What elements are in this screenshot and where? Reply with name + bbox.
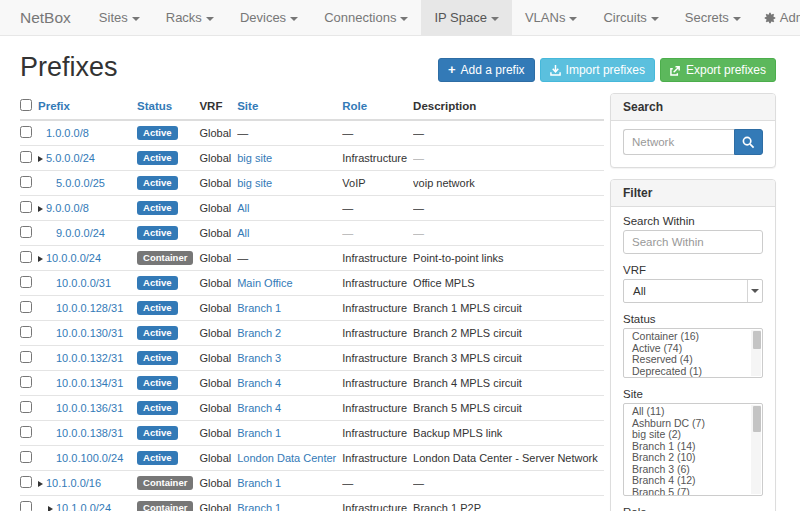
prefix-link[interactable]: 10.0.0.130/31: [56, 327, 123, 339]
prefix-link[interactable]: 9.0.0.0/8: [46, 202, 89, 214]
site-link[interactable]: Branch 1: [237, 302, 281, 314]
listbox-option[interactable]: Branch 5 (7): [624, 487, 750, 497]
row-checkbox[interactable]: [20, 326, 32, 338]
expand-arrow-icon[interactable]: [38, 156, 43, 162]
row-checkbox[interactable]: [20, 151, 32, 163]
row-checkbox[interactable]: [20, 476, 32, 488]
nav-item-ip-space[interactable]: IP Space: [421, 0, 512, 35]
filter-select-vrf[interactable]: All: [623, 279, 763, 303]
listbox-option[interactable]: Branch 2 (10): [624, 452, 750, 464]
prefix-link[interactable]: 1.0.0.0/8: [46, 127, 89, 139]
search-button[interactable]: [734, 129, 763, 155]
row-checkbox[interactable]: [20, 401, 32, 413]
column-header-prefix[interactable]: Prefix: [38, 93, 137, 120]
prefix-cell: 10.1.0.0/16: [38, 471, 137, 496]
filter-input-search-within[interactable]: [623, 230, 763, 254]
site-link[interactable]: big site: [237, 177, 272, 189]
column-header-status[interactable]: Status: [137, 93, 199, 120]
column-header-site[interactable]: Site: [237, 93, 342, 120]
listbox-option[interactable]: Deprecated (1): [624, 366, 750, 378]
prefix-link[interactable]: 10.0.0.128/31: [56, 302, 123, 314]
row-checkbox[interactable]: [20, 376, 32, 388]
prefix-table-container: PrefixStatusVRFSiteRoleDescription 1.0.0…: [20, 93, 594, 511]
prefix-link[interactable]: 10.0.0.0/24: [46, 252, 101, 264]
row-checkbox[interactable]: [20, 501, 32, 511]
search-input[interactable]: [623, 129, 734, 155]
expand-arrow-icon[interactable]: [38, 256, 43, 262]
export-prefixes-button[interactable]: Export prefixes: [660, 58, 776, 82]
row-checkbox[interactable]: [20, 126, 32, 138]
expand-arrow-icon[interactable]: [38, 206, 43, 212]
scrollbar-thumb[interactable]: [753, 331, 761, 349]
row-checkbox[interactable]: [20, 251, 32, 263]
site-link[interactable]: All: [237, 227, 249, 239]
nav-item-vlans[interactable]: VLANs: [512, 0, 590, 35]
listbox-option[interactable]: All (11): [624, 406, 750, 418]
import-prefixes-button[interactable]: Import prefixes: [540, 58, 655, 82]
prefix-link[interactable]: 5.0.0.0/24: [46, 152, 95, 164]
row-checkbox[interactable]: [20, 451, 32, 463]
prefix-link[interactable]: 10.0.0.0/31: [56, 277, 111, 289]
site-cell: Branch 1: [237, 496, 342, 511]
listbox-option[interactable]: big site (2): [624, 429, 750, 441]
row-checkbox[interactable]: [20, 201, 32, 213]
add-prefix-button[interactable]: + Add a prefix: [438, 58, 535, 82]
nav-item-circuits[interactable]: Circuits: [590, 0, 671, 35]
row-checkbox[interactable]: [20, 301, 32, 313]
prefix-link[interactable]: 9.0.0.0/24: [56, 227, 105, 239]
nav-item-sites[interactable]: Sites: [86, 0, 153, 35]
prefix-link[interactable]: 10.0.0.134/31: [56, 377, 123, 389]
prefix-link[interactable]: 10.0.100.0/24: [56, 452, 123, 464]
vrf-cell: Global: [199, 446, 237, 471]
site-link[interactable]: Branch 1: [237, 477, 281, 489]
expand-arrow-icon[interactable]: [38, 481, 43, 487]
site-link[interactable]: Branch 4: [237, 402, 281, 414]
expand-arrow-icon[interactable]: [48, 506, 53, 511]
role-cell: Infrastructure: [342, 346, 413, 371]
prefix-cell: 9.0.0.0/24: [38, 221, 137, 246]
site-link[interactable]: London Data Center: [237, 452, 336, 464]
site-link[interactable]: big site: [237, 152, 272, 164]
site-link[interactable]: All: [237, 202, 249, 214]
row-checkbox[interactable]: [20, 226, 32, 238]
site-cell: big site: [237, 146, 342, 171]
row-checkbox[interactable]: [20, 176, 32, 188]
column-header-role[interactable]: Role: [342, 93, 413, 120]
row-checkbox[interactable]: [20, 276, 32, 288]
status-badge: Container: [137, 476, 193, 491]
row-checkbox[interactable]: [20, 351, 32, 363]
table-row: 9.0.0.0/24ActiveGlobalAll——: [20, 221, 604, 246]
brand-logo[interactable]: NetBox: [0, 0, 86, 35]
prefix-link[interactable]: 10.0.0.138/31: [56, 427, 123, 439]
row-checkbox[interactable]: [20, 426, 32, 438]
nav-item-racks[interactable]: Racks: [153, 0, 227, 35]
site-link[interactable]: Branch 1: [237, 502, 281, 511]
nav-item-devices[interactable]: Devices: [227, 0, 311, 35]
site-link[interactable]: Main Office: [237, 277, 292, 289]
empty-value: —: [342, 477, 353, 489]
select-all-checkbox[interactable]: [20, 99, 32, 111]
prefix-link[interactable]: 10.1.0.0/16: [46, 477, 101, 489]
scrollbar-thumb[interactable]: [753, 406, 761, 432]
nav-item-connections[interactable]: Connections: [311, 0, 421, 35]
prefix-link[interactable]: 10.0.0.136/31: [56, 402, 123, 414]
listbox-option[interactable]: Container (16): [624, 331, 750, 343]
filter-listbox-site[interactable]: All (11)Ashburn DC (7)big site (2)Branch…: [623, 403, 763, 496]
role-cell: Infrastructure: [342, 321, 413, 346]
nav-item-admin[interactable]: Admin: [754, 0, 800, 35]
status-badge: Active: [137, 276, 178, 291]
prefix-link[interactable]: 10.0.0.132/31: [56, 352, 123, 364]
vrf-cell: Global: [199, 321, 237, 346]
listbox-option[interactable]: Reserved (4): [624, 354, 750, 366]
nav-item-secrets[interactable]: Secrets: [672, 0, 754, 35]
site-link[interactable]: Branch 1: [237, 427, 281, 439]
site-link[interactable]: Branch 4: [237, 377, 281, 389]
filter-fields: Search WithinVRFAllStatusContainer (16)A…: [611, 207, 775, 511]
filter-listbox-status[interactable]: Container (16)Active (74)Reserved (4)Dep…: [623, 328, 763, 378]
status-cell: Active: [137, 146, 199, 171]
site-link[interactable]: Branch 2: [237, 327, 281, 339]
site-link[interactable]: Branch 3: [237, 352, 281, 364]
listbox-option[interactable]: Branch 4 (12): [624, 475, 750, 487]
prefix-link[interactable]: 5.0.0.0/25: [56, 177, 105, 189]
prefix-link[interactable]: 10.1.0.0/24: [56, 502, 111, 511]
